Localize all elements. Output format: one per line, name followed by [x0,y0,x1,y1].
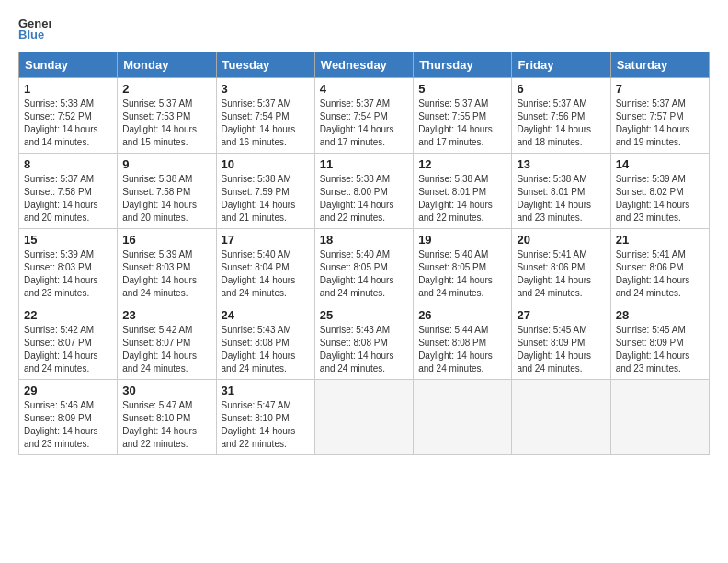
calendar-table: Sunday Monday Tuesday Wednesday Thursday… [18,52,710,455]
day-number: 30 [122,384,210,397]
week-row-3: 15Sunrise: 5:39 AM Sunset: 8:03 PM Dayli… [19,229,710,304]
day-number: 27 [517,308,605,322]
day-info: Sunrise: 5:44 AM Sunset: 8:08 PM Dayligh… [418,324,506,375]
table-row: 6Sunrise: 5:37 AM Sunset: 7:56 PM Daylig… [512,78,610,154]
table-row: 1Sunrise: 5:38 AM Sunset: 7:52 PM Daylig… [19,78,118,154]
table-row: 24Sunrise: 5:43 AM Sunset: 8:08 PM Dayli… [216,304,314,380]
day-info: Sunrise: 5:45 AM Sunset: 8:09 PM Dayligh… [517,324,605,375]
table-row: 5Sunrise: 5:37 AM Sunset: 7:55 PM Daylig… [414,78,512,154]
day-number: 3 [222,82,310,96]
col-sunday: Sunday [19,52,118,78]
day-info: Sunrise: 5:37 AM Sunset: 7:54 PM Dayligh… [222,98,310,149]
table-row: 25Sunrise: 5:43 AM Sunset: 8:08 PM Dayli… [314,304,413,380]
day-number: 16 [122,233,210,247]
table-row [414,380,512,455]
table-row: 14Sunrise: 5:39 AM Sunset: 8:02 PM Dayli… [610,154,709,229]
day-number: 4 [320,82,408,96]
day-number: 18 [320,233,408,247]
table-row: 20Sunrise: 5:41 AM Sunset: 8:06 PM Dayli… [512,229,610,304]
table-row: 29Sunrise: 5:46 AM Sunset: 8:09 PM Dayli… [19,380,118,455]
table-row: 10Sunrise: 5:38 AM Sunset: 7:59 PM Dayli… [216,154,314,229]
day-info: Sunrise: 5:40 AM Sunset: 8:05 PM Dayligh… [418,248,506,300]
table-row: 15Sunrise: 5:39 AM Sunset: 8:03 PM Dayli… [19,229,118,304]
day-info: Sunrise: 5:39 AM Sunset: 8:03 PM Dayligh… [122,248,210,300]
day-number: 12 [418,157,506,171]
day-info: Sunrise: 5:37 AM Sunset: 7:57 PM Dayligh… [616,98,704,149]
day-info: Sunrise: 5:37 AM Sunset: 7:55 PM Dayligh… [418,98,506,149]
day-number: 20 [517,233,605,247]
col-thursday: Thursday [414,52,512,78]
table-row [314,380,413,455]
table-row: 4Sunrise: 5:37 AM Sunset: 7:54 PM Daylig… [314,78,413,154]
day-number: 11 [320,157,408,171]
col-tuesday: Tuesday [216,52,314,78]
day-info: Sunrise: 5:37 AM Sunset: 7:58 PM Dayligh… [24,173,112,224]
day-info: Sunrise: 5:43 AM Sunset: 8:08 PM Dayligh… [222,324,310,375]
day-info: Sunrise: 5:41 AM Sunset: 8:06 PM Dayligh… [517,248,605,300]
day-info: Sunrise: 5:37 AM Sunset: 7:56 PM Dayligh… [517,98,605,149]
day-info: Sunrise: 5:39 AM Sunset: 8:02 PM Dayligh… [616,173,704,224]
table-row: 22Sunrise: 5:42 AM Sunset: 8:07 PM Dayli… [19,304,118,380]
table-row: 19Sunrise: 5:40 AM Sunset: 8:05 PM Dayli… [414,229,512,304]
day-info: Sunrise: 5:38 AM Sunset: 7:58 PM Dayligh… [122,173,210,224]
day-number: 21 [616,233,704,247]
table-row: 7Sunrise: 5:37 AM Sunset: 7:57 PM Daylig… [610,78,709,154]
col-wednesday: Wednesday [314,52,413,78]
table-row: 23Sunrise: 5:42 AM Sunset: 8:07 PM Dayli… [118,304,216,380]
day-number: 29 [24,384,112,397]
week-row-4: 22Sunrise: 5:42 AM Sunset: 8:07 PM Dayli… [19,304,710,380]
day-info: Sunrise: 5:46 AM Sunset: 8:09 PM Dayligh… [24,399,112,451]
table-row [610,380,709,455]
table-row: 8Sunrise: 5:37 AM Sunset: 7:58 PM Daylig… [19,154,118,229]
week-row-2: 8Sunrise: 5:37 AM Sunset: 7:58 PM Daylig… [19,154,710,229]
logo: General Blue [18,15,46,42]
day-number: 17 [222,233,310,247]
table-row: 30Sunrise: 5:47 AM Sunset: 8:10 PM Dayli… [118,380,216,455]
col-monday: Monday [118,52,216,78]
table-row: 2Sunrise: 5:37 AM Sunset: 7:53 PM Daylig… [118,78,216,154]
table-row [512,380,610,455]
table-row: 16Sunrise: 5:39 AM Sunset: 8:03 PM Dayli… [118,229,216,304]
day-info: Sunrise: 5:37 AM Sunset: 7:54 PM Dayligh… [320,98,408,149]
table-row: 17Sunrise: 5:40 AM Sunset: 8:04 PM Dayli… [216,229,314,304]
day-number: 7 [616,82,704,96]
day-number: 19 [418,233,506,247]
day-info: Sunrise: 5:38 AM Sunset: 7:52 PM Dayligh… [24,98,112,149]
day-info: Sunrise: 5:39 AM Sunset: 8:03 PM Dayligh… [24,248,112,300]
day-number: 13 [517,157,605,171]
day-number: 23 [122,308,210,322]
table-row: 18Sunrise: 5:40 AM Sunset: 8:05 PM Dayli… [314,229,413,304]
table-row: 21Sunrise: 5:41 AM Sunset: 8:06 PM Dayli… [610,229,709,304]
col-friday: Friday [512,52,610,78]
header-row: Sunday Monday Tuesday Wednesday Thursday… [19,52,710,78]
day-number: 10 [222,157,310,171]
day-info: Sunrise: 5:38 AM Sunset: 8:01 PM Dayligh… [517,173,605,224]
day-info: Sunrise: 5:38 AM Sunset: 8:01 PM Dayligh… [418,173,506,224]
day-number: 2 [122,82,210,96]
day-info: Sunrise: 5:38 AM Sunset: 8:00 PM Dayligh… [320,173,408,224]
day-number: 5 [418,82,506,96]
day-number: 1 [24,82,112,96]
day-number: 22 [24,308,112,322]
week-row-5: 29Sunrise: 5:46 AM Sunset: 8:09 PM Dayli… [19,380,710,455]
day-info: Sunrise: 5:47 AM Sunset: 8:10 PM Dayligh… [122,399,210,451]
day-info: Sunrise: 5:41 AM Sunset: 8:06 PM Dayligh… [616,248,704,300]
col-saturday: Saturday [610,52,709,78]
day-info: Sunrise: 5:42 AM Sunset: 8:07 PM Dayligh… [24,324,112,375]
day-number: 24 [222,308,310,322]
day-info: Sunrise: 5:43 AM Sunset: 8:08 PM Dayligh… [320,324,408,375]
day-info: Sunrise: 5:40 AM Sunset: 8:04 PM Dayligh… [222,248,310,300]
table-row: 26Sunrise: 5:44 AM Sunset: 8:08 PM Dayli… [414,304,512,380]
day-number: 28 [616,308,704,322]
table-row: 12Sunrise: 5:38 AM Sunset: 8:01 PM Dayli… [414,154,512,229]
day-info: Sunrise: 5:47 AM Sunset: 8:10 PM Dayligh… [222,399,310,451]
day-number: 6 [517,82,605,96]
day-number: 9 [122,157,210,171]
table-row: 31Sunrise: 5:47 AM Sunset: 8:10 PM Dayli… [216,380,314,455]
logo-icon: General Blue [18,15,51,42]
table-row: 11Sunrise: 5:38 AM Sunset: 8:00 PM Dayli… [314,154,413,229]
table-row: 27Sunrise: 5:45 AM Sunset: 8:09 PM Dayli… [512,304,610,380]
day-number: 15 [24,233,112,247]
table-row: 13Sunrise: 5:38 AM Sunset: 8:01 PM Dayli… [512,154,610,229]
day-info: Sunrise: 5:45 AM Sunset: 8:09 PM Dayligh… [616,324,704,375]
